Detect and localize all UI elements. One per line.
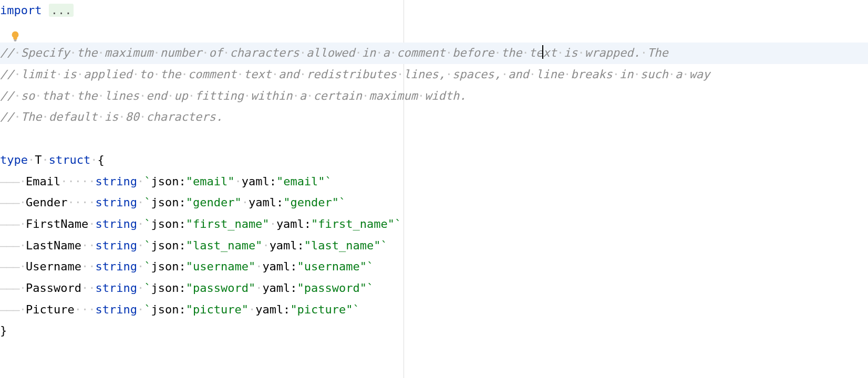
svg-rect-1 <box>14 40 16 41</box>
comment-line-2[interactable]: //·limit·is·applied·to·the·comment·text·… <box>0 64 868 86</box>
type-name: T <box>35 153 42 166</box>
code-editor[interactable]: import ... //·Specify·the·maximum·number… <box>0 0 868 342</box>
field-name: Password <box>26 281 81 295</box>
comment-text: //·The·default·is·80·characters. <box>0 110 223 123</box>
field-type: string <box>95 239 137 252</box>
struct-tag: ` <box>144 175 151 188</box>
field-name: Picture <box>26 303 75 316</box>
struct-tag: ` <box>144 239 151 252</box>
field-type: string <box>95 196 137 209</box>
folded-imports[interactable]: ... <box>49 4 74 17</box>
comment-text: //·so·that·the·lines·end·up·fitting·with… <box>0 89 467 102</box>
comment-text: //·Specify·the·maximum·number·of·charact… <box>0 46 668 59</box>
struct-keyword: struct <box>49 153 90 166</box>
intention-bulb-icon[interactable] <box>9 30 21 42</box>
struct-tag: ` <box>144 281 151 295</box>
field-name: FirstName <box>26 217 88 230</box>
blank-line[interactable] <box>0 22 868 43</box>
comment-line-1[interactable]: //·Specify·the·maximum·number·of·charact… <box>0 43 868 64</box>
struct-tag: ` <box>144 260 151 273</box>
brace-close: } <box>0 324 7 337</box>
comment-line-3[interactable]: //·so·that·the·lines·end·up·fitting·with… <box>0 86 868 107</box>
struct-close-line[interactable]: } <box>0 320 868 342</box>
field-name: Gender <box>26 196 67 209</box>
struct-field-line[interactable]: ———·Username··string·`json:"username"·ya… <box>0 256 868 278</box>
struct-tag: ` <box>144 196 151 209</box>
struct-open-line[interactable]: type·T·struct·{ <box>0 150 868 171</box>
text-cursor <box>542 45 543 59</box>
struct-field-line[interactable]: ———·Gender····string·`json:"gender"·yaml… <box>0 192 868 214</box>
struct-field-line[interactable]: ———·Email·····string·`json:"email"·yaml:… <box>0 171 868 193</box>
brace-open: { <box>97 153 104 166</box>
svg-rect-0 <box>14 39 17 40</box>
field-type: string <box>95 217 137 230</box>
struct-field-line[interactable]: ———·Picture···string·`json:"picture"·yam… <box>0 299 868 321</box>
struct-field-line[interactable]: ———·FirstName·string·`json:"first_name"·… <box>0 214 868 235</box>
field-type: string <box>95 303 137 316</box>
struct-tag: ` <box>144 303 151 316</box>
struct-tag: ` <box>144 217 151 230</box>
struct-field-line[interactable]: ———·LastName··string·`json:"last_name"·y… <box>0 235 868 257</box>
import-keyword: import <box>0 4 42 17</box>
blank-line[interactable] <box>0 128 868 150</box>
comment-text: //·limit·is·applied·to·the·comment·text·… <box>0 68 710 81</box>
field-name: Email <box>26 175 60 188</box>
field-type: string <box>95 281 137 295</box>
field-name: LastName <box>26 239 81 252</box>
field-type: string <box>95 175 137 188</box>
type-keyword: type <box>0 153 28 166</box>
field-type: string <box>95 260 137 273</box>
struct-field-line[interactable]: ———·Password··string·`json:"password"·ya… <box>0 278 868 299</box>
comment-line-4[interactable]: //·The·default·is·80·characters. <box>0 107 868 128</box>
field-name: Username <box>26 260 81 273</box>
import-line[interactable]: import ... <box>0 0 868 22</box>
